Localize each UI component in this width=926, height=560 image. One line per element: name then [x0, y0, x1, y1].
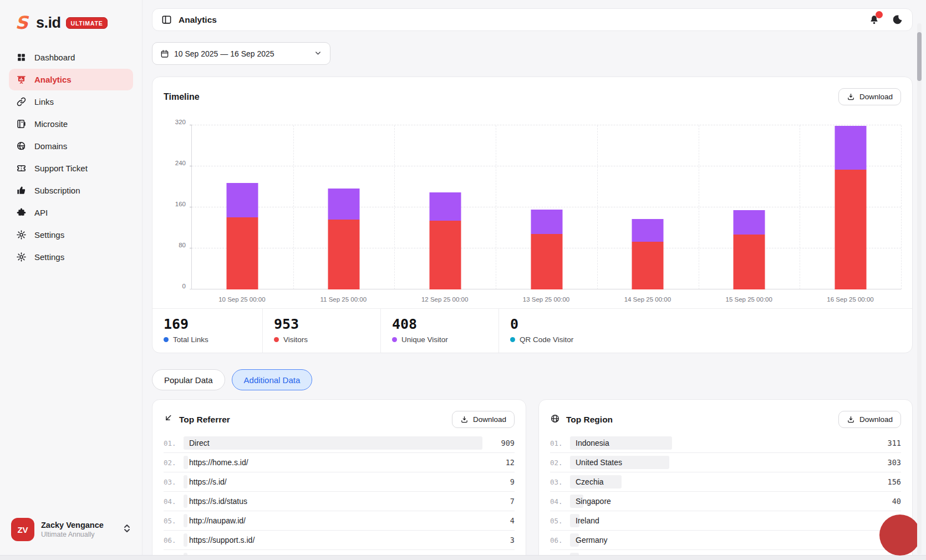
date-range-value: 10 Sep 2025 — 16 Sep 2025: [174, 49, 274, 58]
sidebar-item-label: Links: [34, 97, 54, 106]
item-label: https://s.id/: [184, 477, 227, 486]
sidebar-item-label: Settings: [34, 252, 64, 262]
settings-icon: [16, 252, 27, 263]
support-ticket-icon: [16, 163, 27, 174]
sidebar-item-settings[interactable]: Settings: [9, 224, 133, 246]
sidebar-item-api[interactable]: API: [9, 202, 133, 223]
notifications-button[interactable]: [868, 14, 881, 26]
page-title: Analytics: [179, 15, 217, 25]
bar-15-sep: [733, 210, 765, 289]
list-item: 06.Germany: [550, 531, 901, 550]
list-item: 02.United States303: [550, 453, 901, 472]
calendar-icon: [160, 49, 169, 58]
y-axis-tick-label: 320: [175, 119, 186, 125]
svg-text:S: S: [15, 13, 29, 32]
bar-11-sep: [328, 189, 360, 289]
x-axis-tick-label: 16 Sep 25 00:00: [806, 296, 895, 303]
sidebar-item-links[interactable]: Links: [9, 91, 133, 113]
date-range-select[interactable]: 10 Sep 2025 — 16 Sep 2025: [152, 42, 330, 65]
rank-number: 03.: [550, 478, 570, 486]
sidebar-item-analytics[interactable]: Analytics: [9, 69, 133, 90]
download-icon: [847, 415, 855, 424]
sid-logo-icon: S: [12, 13, 31, 32]
floating-action-button[interactable]: [879, 515, 920, 556]
sidebar-item-label: Domains: [34, 141, 67, 151]
rank-number: 04.: [164, 497, 184, 506]
list-item: 01.Indonesia311: [550, 434, 901, 453]
stat-qr-code-visitor: 0QR Code Visitor: [498, 309, 912, 353]
sidebar-item-dashboard[interactable]: Dashboard: [9, 47, 133, 68]
x-axis-tick-label: 13 Sep 25 00:00: [502, 296, 591, 303]
legend-dot: [510, 337, 515, 342]
stat-value: 408: [392, 316, 498, 332]
download-icon: [460, 415, 469, 424]
sidebar-nav: DashboardAnalyticsLinksMicrositeDomainsS…: [9, 47, 133, 268]
item-label: Ireland: [570, 516, 599, 525]
timeline-download-button[interactable]: Download: [838, 88, 901, 105]
y-axis-tick-label: 160: [175, 201, 186, 207]
dark-mode-toggle[interactable]: [892, 14, 903, 26]
list-item: 05.Ireland: [550, 511, 901, 531]
settings-icon: [16, 230, 27, 241]
stats-row: 169Total Links953Visitors408Unique Visit…: [152, 308, 912, 353]
main-content: Analytics 10 Sep 2025 — 16 Sep 2025 Time…: [143, 0, 926, 560]
sidebar-item-label: Microsite: [34, 119, 68, 129]
item-label: Germany: [570, 536, 608, 544]
x-axis-tick-label: 15 Sep 25 00:00: [705, 296, 793, 303]
item-label: Czechia: [570, 477, 604, 486]
notification-badge: [876, 11, 883, 18]
x-axis-tick-label: 14 Sep 25 00:00: [603, 296, 692, 303]
sidebar-item-label: Subscription: [34, 186, 80, 195]
item-value: 4: [482, 516, 515, 525]
rank-number: 06.: [550, 536, 570, 544]
stat-unique-visitor: 408Unique Visitor: [380, 309, 498, 353]
sidebar-item-settings[interactable]: Settings: [9, 246, 133, 268]
logo[interactable]: S s.id ULTIMATE: [9, 13, 133, 32]
scrollbar-thumb[interactable]: [917, 32, 922, 81]
bar-16-sep: [835, 126, 866, 289]
list-item: 03.https://s.id/9: [164, 472, 515, 492]
list-item: 05.http://naupaw.id/4: [164, 511, 515, 531]
sidebar-item-microsite[interactable]: Microsite: [9, 113, 133, 135]
stat-value: 169: [164, 316, 262, 332]
sidebar: S s.id ULTIMATE DashboardAnalyticsLinksM…: [0, 0, 143, 560]
legend-dot: [274, 337, 279, 342]
list-item: 03.Czechia156: [550, 472, 901, 492]
bar-10-sep: [227, 183, 258, 289]
referrer-list: 01.Direct90902.https://home.s.id/1203.ht…: [164, 434, 515, 560]
avatar: ZV: [11, 518, 34, 541]
x-axis-tick-label: 10 Sep 25 00:00: [197, 296, 286, 303]
stat-value: 0: [510, 316, 912, 332]
rank-number: 01.: [164, 439, 184, 447]
tab-popular-data[interactable]: Popular Data: [152, 369, 225, 390]
domains-icon: [16, 141, 27, 152]
bar-14-sep: [632, 219, 664, 289]
item-label: United States: [570, 458, 622, 467]
stat-visitors: 953Visitors: [262, 309, 380, 353]
legend-dot: [392, 337, 397, 342]
tab-additional-data[interactable]: Additional Data: [232, 369, 313, 390]
stat-total-links: 169Total Links: [152, 309, 262, 353]
user-profile[interactable]: ZV Zacky Vengance Ultimate Annually: [9, 515, 133, 544]
sidebar-toggle-icon[interactable]: [161, 14, 172, 25]
item-value: 9: [482, 477, 515, 486]
timeline-chart: 080160240320 10 Sep 25 00:0011 Sep 25 00…: [164, 119, 901, 308]
arrow-down-left-icon: [164, 414, 173, 425]
vertical-scrollbar[interactable]: [917, 23, 922, 554]
referrer-title: Top Referrer: [179, 415, 230, 425]
data-tabs: Popular DataAdditional Data: [152, 369, 913, 390]
y-axis-tick-label: 80: [179, 242, 186, 248]
stat-label: Unique Visitor: [401, 335, 448, 344]
horizontal-scrollbar[interactable]: [0, 555, 926, 560]
item-value: 311: [869, 439, 901, 447]
sidebar-item-support-ticket[interactable]: Support Ticket: [9, 157, 133, 179]
rank-number: 05.: [164, 517, 184, 525]
logo-text: s.id: [36, 14, 61, 32]
sidebar-item-subscription[interactable]: Subscription: [9, 180, 133, 201]
region-download-button[interactable]: Download: [838, 411, 901, 428]
sidebar-item-domains[interactable]: Domains: [9, 135, 133, 157]
legend-dot: [164, 337, 169, 342]
referrer-download-button[interactable]: Download: [452, 411, 515, 428]
rank-number: 03.: [164, 478, 184, 486]
list-item: 04.https://s.id/status7: [164, 492, 515, 511]
